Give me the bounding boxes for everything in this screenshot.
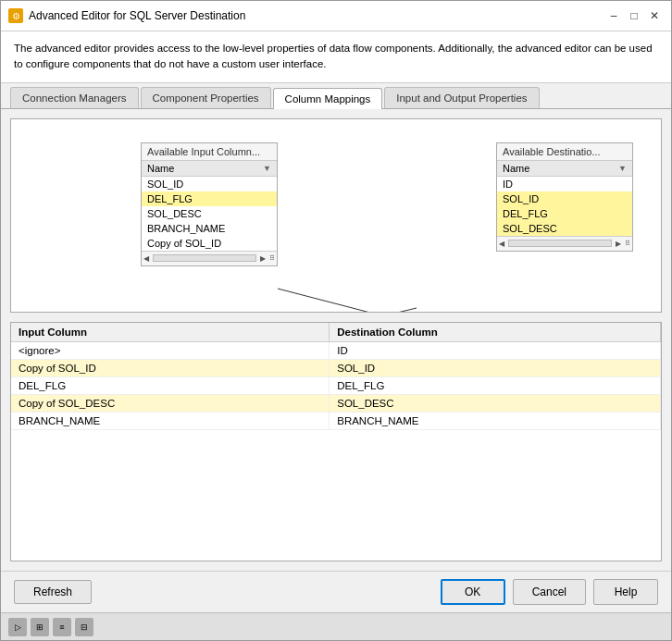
- main-content: Available Input Column... Name ▼ SOL_ID …: [1, 109, 671, 572]
- close-button[interactable]: ✕: [645, 6, 664, 25]
- input-cell: BRANCH_NAME: [11, 412, 330, 429]
- dest-cell: BRANCH_NAME: [330, 412, 661, 429]
- input-box-scrollbar: ◀ ▶ ⠿: [142, 251, 277, 265]
- dest-cell: DEL_FLG: [330, 376, 661, 394]
- hscroll-left-icon: ◀: [142, 254, 151, 263]
- footer-left: Refresh: [14, 580, 92, 604]
- description-text: The advanced editor provides access to t…: [1, 31, 671, 83]
- taskbar: ▷ ⊞ ≡ ⊟: [1, 612, 671, 640]
- footer: Refresh OK Cancel Help: [1, 571, 671, 612]
- dest-sort-arrow-icon: ▼: [618, 164, 627, 173]
- input-item-branch-name[interactable]: BRANCH_NAME: [142, 221, 277, 236]
- input-box-items: SOL_ID DEL_FLG SOL_DESC BRANCH_NAME Copy…: [142, 177, 277, 251]
- input-item-sol-id[interactable]: SOL_ID: [142, 177, 277, 191]
- minimize-button[interactable]: –: [604, 6, 623, 25]
- window-icon: ⚙: [8, 8, 23, 23]
- dest-column-box: Available Destinatio... Name ▼ ID SOL_ID…: [496, 142, 633, 252]
- refresh-button[interactable]: Refresh: [14, 580, 92, 604]
- input-cell: DEL_FLG: [11, 376, 330, 394]
- dest-item-del-flg[interactable]: DEL_FLG: [497, 206, 632, 221]
- dest-hscroll-left-icon: ◀: [497, 240, 506, 248]
- taskbar-icon-1[interactable]: ▷: [8, 618, 27, 636]
- dest-cell: ID: [330, 341, 661, 359]
- dest-box-scrollbar: ◀ ▶ ⠿: [497, 236, 632, 251]
- title-bar: ⚙ Advanced Editor for SQL Server Destina…: [1, 1, 671, 31]
- tab-column-mappings[interactable]: Column Mappings: [273, 88, 383, 109]
- title-bar-left: ⚙ Advanced Editor for SQL Server Destina…: [8, 8, 245, 23]
- input-column-box: Available Input Column... Name ▼ SOL_ID …: [141, 142, 278, 266]
- dest-hscroll-handle-icon: ⠿: [623, 240, 632, 248]
- col-header-dest: Destination Column: [330, 323, 661, 342]
- input-item-del-flg[interactable]: DEL_FLG: [142, 191, 277, 206]
- mapping-area: Available Input Column... Name ▼ SOL_ID …: [10, 118, 662, 313]
- taskbar-icon-4[interactable]: ⊟: [75, 618, 93, 636]
- table-row[interactable]: DEL_FLGDEL_FLG: [11, 376, 661, 394]
- input-cell: Copy of SOL_ID: [11, 359, 330, 376]
- table-row[interactable]: Copy of SOL_IDSOL_ID: [11, 359, 661, 376]
- dest-cell: SOL_ID: [330, 359, 661, 376]
- dest-item-id[interactable]: ID: [497, 177, 632, 191]
- help-button[interactable]: Help: [593, 579, 658, 605]
- svg-line-0: [278, 289, 417, 312]
- tab-input-output-properties[interactable]: Input and Output Properties: [384, 87, 539, 108]
- maximize-button[interactable]: □: [625, 6, 643, 25]
- tab-component-properties[interactable]: Component Properties: [141, 87, 271, 108]
- input-item-copy-sol-id[interactable]: Copy of SOL_ID: [142, 236, 277, 251]
- svg-line-1: [278, 308, 417, 312]
- table-row[interactable]: <ignore>ID: [11, 341, 661, 359]
- input-box-header: Name ▼: [142, 161, 277, 177]
- ok-button[interactable]: OK: [441, 579, 505, 605]
- dest-hscroll-right-icon: ▶: [614, 240, 623, 248]
- table-row[interactable]: BRANCH_NAMEBRANCH_NAME: [11, 412, 661, 429]
- window-title: Advanced Editor for SQL Server Destinati…: [29, 9, 245, 22]
- dest-cell: SOL_DESC: [330, 394, 661, 412]
- input-item-sol-desc[interactable]: SOL_DESC: [142, 206, 277, 221]
- taskbar-icon-3[interactable]: ≡: [53, 618, 71, 636]
- col-header-input: Input Column: [11, 323, 330, 342]
- input-hscroll[interactable]: [153, 254, 256, 262]
- hscroll-right-icon: ▶: [258, 254, 268, 263]
- dest-hscroll[interactable]: [508, 240, 612, 247]
- dest-box-items: ID SOL_ID DEL_FLG SOL_DESC: [497, 177, 632, 236]
- mapping-table: Input Column Destination Column <ignore>…: [10, 322, 662, 562]
- taskbar-icon-2[interactable]: ⊞: [31, 618, 49, 636]
- hscroll-handle-icon: ⠿: [268, 254, 277, 263]
- input-cell: <ignore>: [11, 341, 330, 359]
- footer-right: OK Cancel Help: [441, 579, 658, 605]
- tab-connection-managers[interactable]: Connection Managers: [10, 87, 139, 108]
- main-window: ⚙ Advanced Editor for SQL Server Destina…: [0, 0, 672, 641]
- dest-item-sol-id[interactable]: SOL_ID: [497, 191, 632, 206]
- sort-arrow-icon: ▼: [263, 164, 271, 173]
- title-controls: – □ ✕: [604, 6, 664, 25]
- dest-box-title: Available Destinatio...: [497, 143, 632, 161]
- table-row[interactable]: Copy of SOL_DESCSOL_DESC: [11, 394, 661, 412]
- input-cell: Copy of SOL_DESC: [11, 394, 330, 412]
- input-box-title: Available Input Column...: [142, 143, 277, 161]
- dest-item-sol-desc[interactable]: SOL_DESC: [497, 221, 632, 236]
- tab-bar: Connection Managers Component Properties…: [1, 83, 671, 109]
- cancel-button[interactable]: Cancel: [513, 579, 586, 605]
- dest-box-header: Name ▼: [497, 161, 632, 177]
